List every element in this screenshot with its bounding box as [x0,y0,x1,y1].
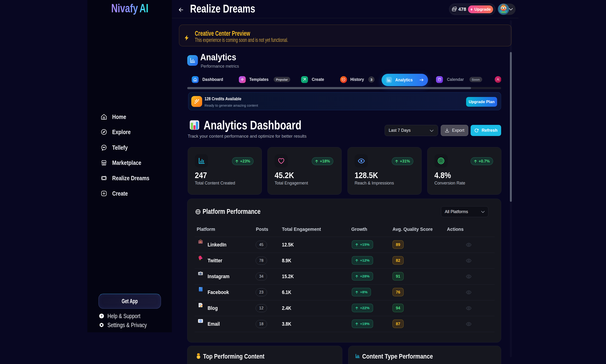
svg-text:?: ? [101,314,103,318]
